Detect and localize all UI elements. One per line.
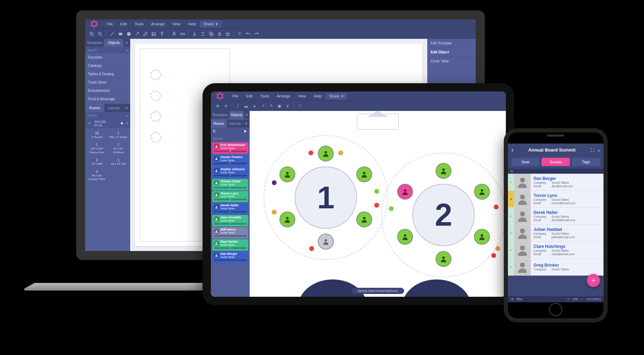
image-tool-icon[interactable] xyxy=(150,30,158,38)
obj-item[interactable]: 224" Staff xyxy=(87,156,107,167)
text-tool-icon[interactable]: T xyxy=(284,102,292,110)
download-icon[interactable] xyxy=(191,30,198,38)
table-2[interactable]: 2 xyxy=(381,153,506,277)
tab-seat[interactable]: Seat xyxy=(511,158,539,166)
menu-edit[interactable]: Edit xyxy=(117,20,131,27)
guest-card[interactable]: Ram ParimiSocial Tables✓ xyxy=(212,239,248,251)
obj-item[interactable]: 148 x 29" Bar xyxy=(108,156,129,167)
category-favorites[interactable]: Favorites xyxy=(85,53,130,62)
filter-label[interactable]: filter xyxy=(517,297,522,301)
guest-row[interactable]: ✓Clare HutchingsCompanySocial TablesEmai… xyxy=(508,242,603,259)
obj-item[interactable]: 244' Round xyxy=(87,130,107,140)
search-icon[interactable]: ⌕ xyxy=(598,148,600,152)
check-icon[interactable]: ✓ xyxy=(508,225,514,241)
zoom-in-icon[interactable]: ⊕ xyxy=(214,102,221,110)
assign-icon[interactable]: ⚉ xyxy=(119,121,124,126)
cross-icon[interactable]: ✕ xyxy=(508,191,514,207)
share-button[interactable]: Share ▾ xyxy=(200,21,221,27)
tab-rooms[interactable]: Rooms xyxy=(85,104,104,112)
menu-file[interactable]: File xyxy=(103,20,116,27)
table-1[interactable]: 1 xyxy=(263,135,388,260)
seat[interactable] xyxy=(474,184,490,200)
add-layout-button[interactable]: + xyxy=(123,104,130,112)
tab-guests[interactable]: Guests xyxy=(542,158,570,166)
search-input[interactable] xyxy=(87,49,126,52)
check-icon[interactable]: ✓ xyxy=(508,242,514,258)
seat[interactable] xyxy=(397,184,413,200)
category-catalogs[interactable]: Catalogs xyxy=(85,62,130,70)
menu-edit[interactable]: Edit xyxy=(243,93,256,99)
canvas-area[interactable]: 1 xyxy=(250,111,506,297)
guest-row[interactable]: ✕Trevor LynnCompanySocial TablesEmailtre… xyxy=(508,191,603,208)
seat[interactable] xyxy=(318,146,334,162)
tab-templates[interactable]: Templates xyxy=(211,111,230,119)
add-tab-button[interactable]: + xyxy=(244,111,250,119)
rooms-search[interactable]: ⌕ xyxy=(85,112,130,119)
circle-tool-icon[interactable]: ● xyxy=(251,102,258,110)
seat[interactable] xyxy=(436,163,451,179)
edit-template-link[interactable]: Edit Template xyxy=(427,39,476,48)
redo-icon[interactable] xyxy=(253,30,260,38)
guest-card[interactable]: Hunter PowersSocial Tables✓ xyxy=(212,155,248,166)
menu-arrange[interactable]: Arrange xyxy=(273,93,294,99)
text-tool-icon[interactable]: T xyxy=(158,30,166,38)
obj-item[interactable]: 160 x 22" DJ/Band xyxy=(108,141,129,156)
seat[interactable] xyxy=(279,166,295,182)
check-icon[interactable]: ✓ xyxy=(508,259,514,275)
tab-objects[interactable]: Objects xyxy=(104,39,123,47)
category-tradeshow[interactable]: Trade Show xyxy=(85,78,130,87)
image-tool-icon[interactable]: ▣ xyxy=(276,102,283,110)
tab-layouts[interactable]: Layouts xyxy=(227,120,243,128)
lock-icon[interactable] xyxy=(216,30,223,38)
menu-help[interactable]: Help xyxy=(185,20,199,27)
list-icon[interactable]: ≣ xyxy=(213,130,216,133)
seat[interactable] xyxy=(356,211,372,227)
menu-view[interactable]: View xyxy=(295,93,310,99)
add-layout-button[interactable]: + xyxy=(243,120,250,128)
seat[interactable] xyxy=(397,229,413,245)
star-icon[interactable] xyxy=(224,30,232,38)
guest-row[interactable]: ✓Dan BergerCompanySocial TablesEmaildan@… xyxy=(508,174,603,191)
check-icon[interactable]: ✓ xyxy=(508,174,514,190)
objects-search[interactable]: ⌕ xyxy=(85,47,130,53)
add-guest-fab[interactable]: + xyxy=(587,274,600,287)
guest-card[interactable]: Dan BergerSocial Tables xyxy=(212,251,248,263)
phone-home-button[interactable] xyxy=(549,303,562,316)
seat[interactable] xyxy=(474,229,490,245)
line-tool-icon[interactable] xyxy=(108,30,116,38)
obj-item[interactable]: 1240 x 264" Dance Floor xyxy=(87,141,107,156)
rooms-search-input[interactable] xyxy=(87,114,126,117)
category-food[interactable]: Food & Beverage xyxy=(85,95,130,103)
tab-rooms[interactable]: Rooms xyxy=(211,120,227,128)
guest-search-input[interactable] xyxy=(213,137,252,140)
zoom-in-icon[interactable] xyxy=(88,30,96,38)
tab-layouts[interactable]: Layouts xyxy=(104,104,123,112)
zoom-out-icon[interactable] xyxy=(96,30,104,38)
menu-tools[interactable]: Tools xyxy=(131,20,147,27)
scan-icon[interactable]: ⛶ xyxy=(590,148,594,152)
line-tool-icon[interactable]: ╱ xyxy=(234,102,242,110)
ruler-tool-icon[interactable] xyxy=(179,30,186,38)
obj-item[interactable]: 396 x 30" Dessert Table xyxy=(87,168,107,183)
guest-row[interactable]: ✓Julian HaddadCompanySocial TablesEmailj… xyxy=(508,225,603,242)
menu-view[interactable]: View xyxy=(169,20,184,27)
tab-tags[interactable]: Tags xyxy=(572,158,600,166)
table-partial[interactable] xyxy=(402,279,471,297)
back-icon[interactable]: ‹ xyxy=(511,146,513,154)
category-entertainment[interactable]: Entertainment xyxy=(85,87,130,95)
upload-icon[interactable] xyxy=(199,30,207,38)
seat[interactable] xyxy=(436,251,451,267)
guest-search[interactable]: ⌕ xyxy=(211,135,250,142)
share-button[interactable]: Share▾ xyxy=(326,93,347,99)
undo-icon[interactable] xyxy=(244,30,252,38)
guest-card[interactable]: Tristan CotterSocial Tables✓ xyxy=(212,179,248,190)
tab-objects[interactable]: Objects xyxy=(230,111,244,119)
projector-object[interactable] xyxy=(357,114,399,130)
tab-templates[interactable]: Templates xyxy=(85,39,104,47)
guest-row[interactable]: ✓Derek HallerCompanySocial TablesEmailde… xyxy=(508,208,603,225)
person-tool-icon[interactable] xyxy=(170,30,178,38)
guest-card[interactable]: Sophie JohnsonSocial Tables✓ xyxy=(212,167,248,178)
menu-arrange[interactable]: Arrange xyxy=(147,20,168,27)
obj-item[interactable]: 1960 x 4' Drape xyxy=(108,130,129,140)
guest-card[interactable]: Trevor LynnSocial Tables✓ xyxy=(212,191,248,202)
